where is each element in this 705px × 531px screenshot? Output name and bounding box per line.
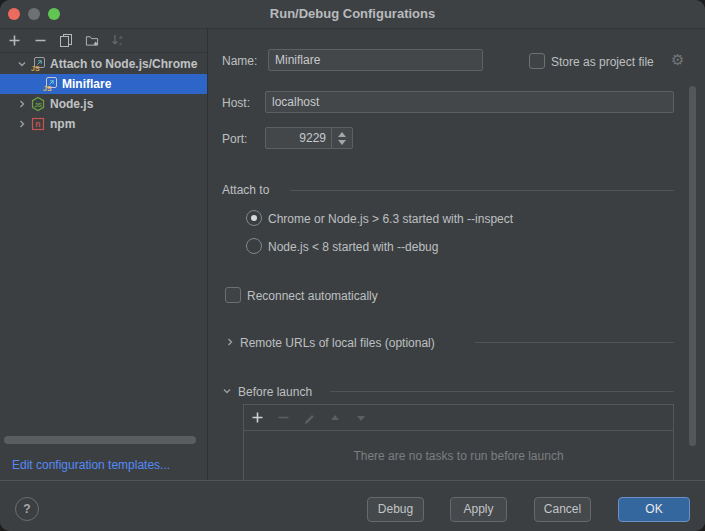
move-down-icon: [354, 411, 368, 425]
sidebar-toolbar: az: [0, 28, 207, 53]
store-as-project-file-label: Store as project file: [551, 54, 654, 70]
tree-item-npm[interactable]: n npm: [0, 114, 207, 134]
sidebar-horizontal-scrollbar[interactable]: [4, 436, 196, 444]
add-icon[interactable]: [7, 33, 21, 47]
reconnect-automatically-checkbox[interactable]: [225, 287, 241, 303]
svg-text:n: n: [35, 119, 40, 129]
chevron-right-icon[interactable]: [16, 119, 28, 129]
npm-icon: n: [30, 116, 46, 132]
radio-selected-dot: [251, 215, 257, 221]
host-label: Host:: [222, 95, 250, 111]
ok-button[interactable]: OK: [618, 497, 690, 522]
name-input[interactable]: [268, 49, 483, 71]
radio-debug-label: Node.js < 8 started with --debug: [268, 239, 438, 255]
titlebar: Run/Debug Configurations: [0, 0, 705, 29]
help-button[interactable]: ?: [15, 497, 39, 521]
apply-button[interactable]: Apply: [450, 497, 507, 522]
nodejs-icon: JS: [30, 96, 46, 112]
dialog-footer: ? Debug Apply Cancel OK: [0, 480, 705, 531]
form-vertical-scrollbar[interactable]: [689, 86, 696, 446]
radio-inspect[interactable]: [246, 210, 262, 226]
attach-to-section-label: Attach to: [222, 182, 269, 198]
gear-icon[interactable]: ⚙: [671, 52, 684, 68]
debug-button[interactable]: Debug: [367, 497, 424, 522]
section-divider: [290, 190, 674, 191]
svg-text:a: a: [119, 34, 123, 40]
remove-icon: [276, 411, 290, 425]
port-input[interactable]: [266, 128, 331, 148]
before-launch-task-panel: There are no tasks to run before launch: [243, 404, 674, 481]
add-icon[interactable]: [250, 411, 264, 425]
name-label: Name:: [222, 53, 257, 69]
svg-text:JS: JS: [31, 65, 40, 72]
edit-icon: [302, 411, 316, 425]
chevron-down-icon[interactable]: [221, 385, 233, 397]
configurations-sidebar: az JS Attach to Node.js/Chrome JS Minifl…: [0, 28, 208, 481]
radio-debug[interactable]: [246, 238, 262, 254]
reconnect-automatically-label: Reconnect automatically: [247, 288, 378, 304]
remove-icon[interactable]: [33, 33, 47, 47]
section-divider: [475, 342, 674, 343]
svg-text:JS: JS: [43, 85, 52, 92]
remote-urls-section-label[interactable]: Remote URLs of local files (optional): [240, 335, 435, 351]
edit-configuration-templates-link[interactable]: Edit configuration templates...: [12, 458, 170, 472]
tree-item-nodejs[interactable]: JS Node.js: [0, 94, 207, 114]
move-up-icon: [328, 411, 342, 425]
section-divider: [330, 391, 674, 392]
chevron-down-icon[interactable]: [16, 59, 28, 69]
before-launch-empty-message: There are no tasks to run before launch: [244, 449, 673, 463]
svg-text:JS: JS: [34, 102, 41, 108]
configuration-form: Name: Store as project file ⚙ Host: Port…: [208, 28, 705, 481]
spinner-down-icon[interactable]: [338, 140, 346, 145]
svg-text:z: z: [119, 41, 122, 47]
chevron-right-icon[interactable]: [224, 336, 236, 348]
run-debug-configurations-dialog: Run/Debug Configurations az: [0, 0, 705, 531]
attach-config-icon: JS: [30, 56, 46, 72]
before-launch-section-label[interactable]: Before launch: [238, 384, 312, 400]
chevron-right-icon[interactable]: [16, 99, 28, 109]
tree-item-miniflare[interactable]: JS Miniflare: [0, 74, 207, 94]
dialog-title: Run/Debug Configurations: [0, 0, 705, 28]
tree-item-attach-to-nodejs-chrome[interactable]: JS Attach to Node.js/Chrome: [0, 54, 207, 74]
spinner-up-icon[interactable]: [338, 132, 346, 137]
before-launch-toolbar: [244, 405, 673, 431]
tree-item-label: Miniflare: [62, 77, 111, 91]
tree-item-label: npm: [50, 117, 75, 131]
radio-inspect-label: Chrome or Node.js > 6.3 started with --i…: [268, 211, 513, 227]
store-as-project-file-checkbox[interactable]: [529, 53, 545, 69]
tree-item-label: Attach to Node.js/Chrome: [50, 57, 197, 71]
new-folder-icon[interactable]: [85, 33, 99, 47]
host-input[interactable]: [265, 91, 674, 113]
cancel-button[interactable]: Cancel: [534, 497, 591, 522]
sort-icon: az: [111, 33, 125, 47]
port-spinner-buttons[interactable]: [331, 128, 352, 148]
copy-icon[interactable]: [59, 33, 73, 47]
port-stepper[interactable]: [265, 127, 353, 149]
configurations-tree: JS Attach to Node.js/Chrome JS Miniflare…: [0, 54, 207, 134]
attach-config-icon: JS: [42, 76, 58, 92]
port-label: Port:: [222, 131, 247, 147]
tree-item-label: Node.js: [50, 97, 93, 111]
